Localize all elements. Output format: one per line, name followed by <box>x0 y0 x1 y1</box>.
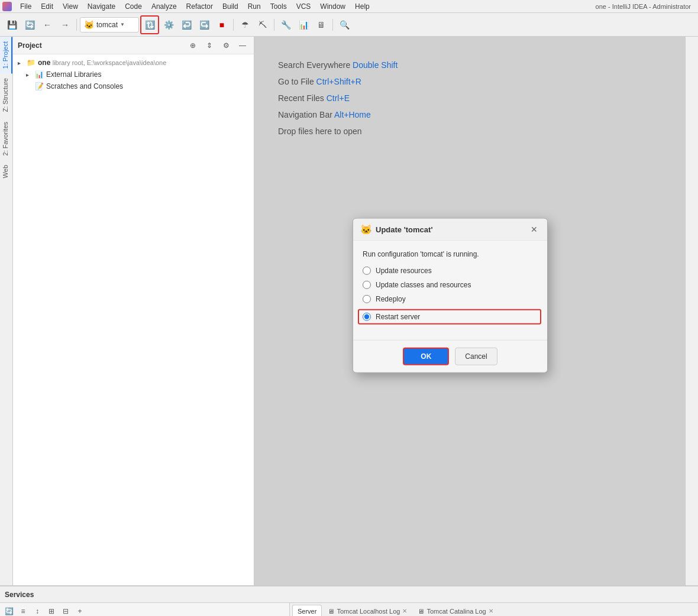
update-run-button[interactable]: 🔃 <box>141 17 158 33</box>
cancel-button[interactable]: Cancel <box>455 348 497 365</box>
menu-tools[interactable]: Tools <box>266 1 292 12</box>
run-config-selector[interactable]: 🐱 tomcat ▼ <box>80 17 139 33</box>
option-update-classes[interactable]: Update classes and resources <box>363 281 538 289</box>
services-group-button[interactable]: ≡ <box>17 605 30 617</box>
radio-redeploy[interactable] <box>363 295 371 303</box>
stop-button[interactable]: ■ <box>214 17 230 33</box>
app-icon <box>2 2 12 11</box>
tree-arrow-libraries[interactable]: ▸ <box>26 72 34 78</box>
save-all-button[interactable]: 💾 <box>4 17 20 33</box>
server-icon-tab: 🖥 <box>328 608 334 615</box>
tree-item-scratches-label: Scratches and Consoles <box>46 82 123 90</box>
services-tabs: Server 🖥 Tomcat Localhost Log ✕ 🖥 Tomcat… <box>290 603 698 616</box>
locate-file-button[interactable]: ⊕ <box>186 39 199 52</box>
radio-update-resources[interactable] <box>363 267 371 275</box>
menu-view[interactable]: View <box>58 1 83 12</box>
separator-4 <box>332 19 333 31</box>
menu-window[interactable]: Window <box>315 1 350 12</box>
menu-navigate[interactable]: Navigate <box>83 1 120 12</box>
forward-button[interactable]: → <box>57 17 73 33</box>
undo-button[interactable]: ↪️ <box>196 17 212 33</box>
dialog-title-bar: 🐱 Update 'tomcat' ✕ <box>353 219 547 241</box>
menu-analyze[interactable]: Analyze <box>147 1 182 12</box>
dialog-close-button[interactable]: ✕ <box>528 223 540 235</box>
dialog-subtitle: Run configuration 'tomcat' is running. <box>363 250 538 258</box>
services-add-button[interactable]: + <box>73 605 86 617</box>
close-catalina-log-button[interactable]: ✕ <box>489 608 493 614</box>
profile-button[interactable]: ⛏ <box>254 17 271 33</box>
tab-catalina-log-label: Tomcat Catalina Log <box>426 608 486 615</box>
tab-server[interactable]: Server <box>292 605 322 617</box>
services-section: Services 🔄 ≡ ↕ ⊞ ⊟ + ▼ 🐱 Tomcat Server <box>0 585 698 616</box>
services-title: Services <box>5 591 34 599</box>
project-panel: Project ⊕ ⇕ ⚙ — ▸ 📁 one library root, E:… <box>13 37 254 585</box>
tree-item-one[interactable]: ▸ 📁 one library root, E:\workspace\java\… <box>13 57 254 69</box>
attach-debugger-button[interactable]: 🖥 <box>313 17 329 33</box>
option-restart-server[interactable]: Restart server <box>358 309 541 325</box>
editor-area: Search Everywhere Double Shift Go to Fil… <box>254 37 685 585</box>
menu-run[interactable]: Run <box>243 1 266 12</box>
services-filter2-button[interactable]: ⊟ <box>59 605 72 617</box>
tab-localhost-log[interactable]: 🖥 Tomcat Localhost Log ✕ <box>323 605 412 617</box>
separator-3 <box>274 19 274 31</box>
catalina-icon-tab: 🖥 <box>418 608 424 615</box>
sidebar-tab-favorites[interactable]: 2: Favorites <box>0 117 12 160</box>
project-tree: ▸ 📁 one library root, E:\workspace\java\… <box>13 54 254 585</box>
menu-help[interactable]: Help <box>350 1 374 12</box>
menu-vcs[interactable]: VCS <box>292 1 316 12</box>
menu-refactor[interactable]: Refactor <box>182 1 218 12</box>
ok-button[interactable]: OK <box>403 348 449 365</box>
close-localhost-log-button[interactable]: ✕ <box>402 608 407 614</box>
tab-catalina-log[interactable]: 🖥 Tomcat Catalina Log ✕ <box>413 605 497 617</box>
services-refresh-button[interactable]: 🔄 <box>2 605 15 617</box>
settings-button[interactable]: 🔧 <box>277 17 294 33</box>
run-config-icon: 🐱 <box>84 20 94 30</box>
coverage-button[interactable]: ☂ <box>237 17 253 33</box>
menu-build[interactable]: Build <box>218 1 243 12</box>
tab-localhost-log-label: Tomcat Localhost Log <box>337 608 400 615</box>
project-panel-title: Project <box>18 41 183 50</box>
right-sidebar-tabs <box>685 37 698 585</box>
build-button[interactable]: ⚙️ <box>160 17 177 33</box>
services-body: 🔄 ≡ ↕ ⊞ ⊟ + ▼ 🐱 Tomcat Server ▶ ▶ R <box>0 603 698 616</box>
back-button[interactable]: ← <box>39 17 56 33</box>
option-update-resources[interactable]: Update resources <box>363 267 538 275</box>
collapse-all-button[interactable]: ⇕ <box>203 39 216 52</box>
menu-bar: File Edit View Navigate Code Analyze Ref… <box>0 0 698 13</box>
window-title: one - IntelliJ IDEA - Administrator <box>596 3 696 10</box>
tab-server-label: Server <box>298 608 316 615</box>
menu-edit[interactable]: Edit <box>36 1 58 12</box>
apply-changes-button[interactable]: ↩️ <box>178 17 195 33</box>
update-tomcat-dialog: 🐱 Update 'tomcat' ✕ Run configuration 't… <box>353 218 548 373</box>
library-icon: 📊 <box>34 70 44 79</box>
services-filter-button[interactable]: ⊞ <box>45 605 58 617</box>
scratches-icon: 📝 <box>34 82 44 91</box>
option-update-classes-label: Update classes and resources <box>376 281 471 289</box>
tree-item-libraries-label: External Libraries <box>46 70 101 79</box>
main-area: 1: Project Z: Structure 2: Favorites Web… <box>0 37 698 585</box>
panel-settings-button[interactable]: ⚙ <box>219 39 232 52</box>
run-dashboard-button[interactable]: 📊 <box>295 17 312 33</box>
radio-restart-server[interactable] <box>363 313 371 321</box>
services-toolbar: 🔄 ≡ ↕ ⊞ ⊟ + <box>0 603 289 616</box>
tree-item-libraries[interactable]: ▸ 📊 External Libraries <box>13 69 254 80</box>
tree-item-scratches[interactable]: ▸ 📝 Scratches and Consoles <box>13 80 254 92</box>
tree-arrow-one[interactable]: ▸ <box>18 60 26 66</box>
toolbar: 💾 🔄 ← → 🐱 tomcat ▼ 🔃 ⚙️ ↩️ ↪️ ■ ☂ ⛏ 🔧 📊 … <box>0 13 698 37</box>
sidebar-tab-project[interactable]: 1: Project <box>0 37 12 73</box>
menu-file[interactable]: File <box>15 1 36 12</box>
services-header: Services <box>0 586 698 603</box>
module-icon: 📁 <box>26 58 35 67</box>
sync-button[interactable]: 🔄 <box>21 17 38 33</box>
menu-code[interactable]: Code <box>120 1 147 12</box>
dialog-title: Update 'tomcat' <box>376 225 528 234</box>
sidebar-tab-structure[interactable]: Z: Structure <box>0 73 12 116</box>
option-restart-server-label: Restart server <box>376 313 420 321</box>
services-sort-button[interactable]: ↕ <box>31 605 44 617</box>
sidebar-tab-web[interactable]: Web <box>0 160 12 183</box>
search-everywhere-button[interactable]: 🔍 <box>336 17 353 33</box>
dialog-buttons: OK Cancel <box>353 340 547 372</box>
option-redeploy[interactable]: Redeploy <box>363 295 538 303</box>
panel-hide-button[interactable]: — <box>236 39 249 52</box>
radio-update-classes[interactable] <box>363 281 371 289</box>
